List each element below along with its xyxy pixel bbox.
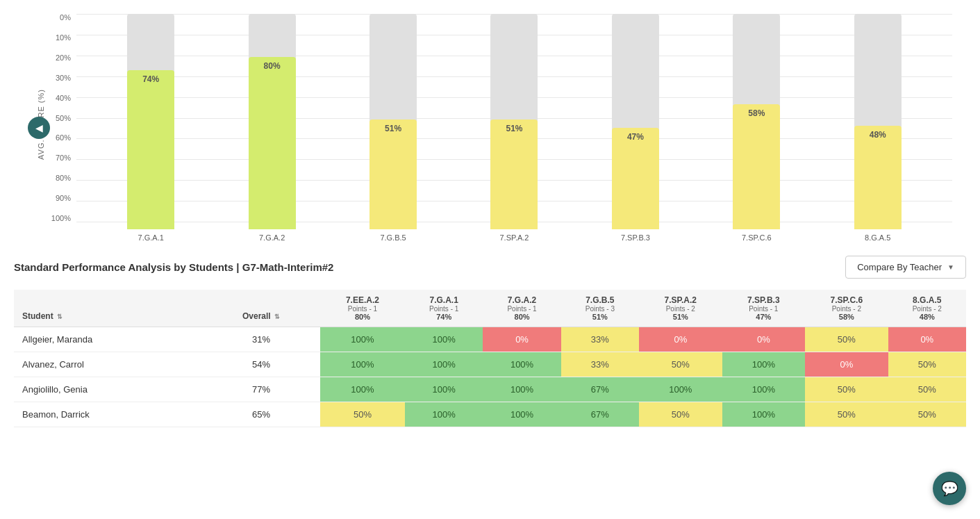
compare-button-label: Compare By Teacher <box>857 262 942 272</box>
bar-group[interactable]: 51% <box>486 14 542 229</box>
bar-x-label: 7.SP.A.2 <box>486 233 542 242</box>
score-cell: 100% <box>320 377 405 402</box>
bar-fill: 47% <box>612 128 659 229</box>
y-axis-tick: 70% <box>42 154 71 162</box>
score-cell: 100% <box>639 377 722 402</box>
y-axis-tick: 80% <box>42 174 71 182</box>
score-cell: 100% <box>722 377 806 402</box>
col-header-7GA2: 7.G.A.2Points - 180% <box>483 290 560 327</box>
score-cell: 33% <box>561 327 639 352</box>
score-cell: 50% <box>888 402 966 427</box>
score-cell: 0% <box>639 327 722 352</box>
score-cell: 50% <box>639 352 722 377</box>
sort-icon[interactable]: ⇅ <box>56 313 63 320</box>
bar-fill: 51% <box>490 120 538 229</box>
bar-x-label: 7.G.A.2 <box>244 233 300 242</box>
score-cell: 50% <box>888 352 966 377</box>
score-cell: 50% <box>888 377 966 402</box>
score-cell: 100% <box>320 327 405 352</box>
bar-x-label: 7.SP.B.3 <box>608 233 663 242</box>
score-cell: 100% <box>483 402 560 427</box>
score-cell: 100% <box>405 352 483 377</box>
score-cell: 0% <box>805 352 888 377</box>
y-axis-tick: 40% <box>42 94 71 102</box>
bar-group[interactable]: 51% <box>365 14 421 229</box>
overall-score-cell: 65% <box>202 402 320 427</box>
score-cell: 50% <box>805 402 888 427</box>
score-cell: 0% <box>722 327 806 352</box>
bar-fill: 48% <box>854 126 902 229</box>
table-section: Standard Performance Analysis by Student… <box>0 249 980 441</box>
overall-score-cell: 77% <box>202 377 320 402</box>
score-cell: 0% <box>483 327 560 352</box>
overall-score-cell: 31% <box>202 327 320 352</box>
performance-table: Student ⇅Overall ⇅7.EE.A.2Points - 180%7… <box>14 290 966 427</box>
bar-x-label: 7.G.A.1 <box>123 233 178 242</box>
score-cell: 50% <box>805 377 888 402</box>
col-header-7SPC6: 7.SP.C.6Points - 258% <box>805 290 888 327</box>
col-header-8GA5: 8.G.A.5Points - 248% <box>888 290 966 327</box>
table-row: Alvanez, Carrol54%100%100%100%33%50%100%… <box>14 352 966 377</box>
score-cell: 100% <box>405 327 483 352</box>
bar-x-label: 7.SP.C.6 <box>729 233 784 242</box>
bar-group[interactable]: 58% <box>729 14 784 229</box>
bar-x-label: 7.G.B.5 <box>365 233 421 242</box>
bar-group[interactable]: 47% <box>608 14 663 229</box>
student-name-cell: Allgeier, Maranda <box>14 327 202 352</box>
chart-area: ◀ 100%90%80%70%60%50%40%30%20%10%0% 74%8… <box>42 14 952 242</box>
score-cell: 50% <box>639 402 722 427</box>
score-cell: 100% <box>483 377 560 402</box>
score-cell: 67% <box>561 402 639 427</box>
student-name-cell: Beamon, Darrick <box>14 402 202 427</box>
bar-fill: 51% <box>369 120 417 229</box>
y-axis-tick: 0% <box>42 14 71 22</box>
student-name-cell: Angiolillo, Genia <box>14 377 202 402</box>
score-cell: 33% <box>561 352 639 377</box>
y-axis-tick: 20% <box>42 54 71 62</box>
score-cell: 100% <box>722 352 806 377</box>
score-cell: 50% <box>805 327 888 352</box>
chevron-down-icon: ▼ <box>947 263 954 271</box>
student-name-cell: Alvanez, Carrol <box>14 352 202 377</box>
col-header-7SPB3: 7.SP.B.3Points - 147% <box>722 290 806 327</box>
table-header-row: Standard Performance Analysis by Student… <box>14 256 966 279</box>
col-header-7EEA2: 7.EE.A.2Points - 180% <box>320 290 405 327</box>
table-row: Allgeier, Maranda31%100%100%0%33%0%0%50%… <box>14 327 966 352</box>
score-cell: 100% <box>483 352 560 377</box>
col-header-overall[interactable]: Overall ⇅ <box>202 290 320 327</box>
sort-icon[interactable]: ⇅ <box>273 313 281 320</box>
bar-x-label: 8.G.A.5 <box>850 233 906 242</box>
score-cell: 100% <box>722 402 806 427</box>
bar-group[interactable]: 48% <box>850 14 906 229</box>
compare-by-teacher-button[interactable]: Compare By Teacher ▼ <box>845 256 966 279</box>
bar-fill: 74% <box>127 70 174 229</box>
y-axis-tick: 100% <box>42 215 71 222</box>
score-cell: 100% <box>405 377 483 402</box>
bar-fill: 58% <box>733 104 780 229</box>
score-cell: 50% <box>320 402 405 427</box>
col-header-student[interactable]: Student ⇅ <box>14 290 202 327</box>
score-cell: 67% <box>561 377 639 402</box>
overall-score-cell: 54% <box>202 352 320 377</box>
bar-group[interactable]: 74% <box>123 14 178 229</box>
table-row: Angiolillo, Genia77%100%100%100%67%100%1… <box>14 377 966 402</box>
bar-group[interactable]: 80% <box>244 14 300 229</box>
score-cell: 100% <box>405 402 483 427</box>
section-title: Standard Performance Analysis by Student… <box>14 261 333 273</box>
nav-left-button[interactable]: ◀ <box>28 117 50 139</box>
col-header-7SPA2: 7.SP.A.2Points - 251% <box>639 290 722 327</box>
col-header-7GA1: 7.G.A.1Points - 174% <box>405 290 483 327</box>
col-header-7GB5: 7.G.B.5Points - 351% <box>561 290 639 327</box>
chart-section: AVG. SCORE (%) ◀ 100%90%80%70%60%50%40%3… <box>0 0 980 249</box>
y-axis-tick: 10% <box>42 34 71 42</box>
score-cell: 100% <box>320 352 405 377</box>
table-row: Beamon, Darrick65%50%100%100%67%50%100%5… <box>14 402 966 427</box>
y-axis-tick: 90% <box>42 195 71 202</box>
score-cell: 0% <box>888 327 966 352</box>
y-axis-tick: 30% <box>42 74 71 82</box>
bar-fill: 80% <box>249 57 296 229</box>
